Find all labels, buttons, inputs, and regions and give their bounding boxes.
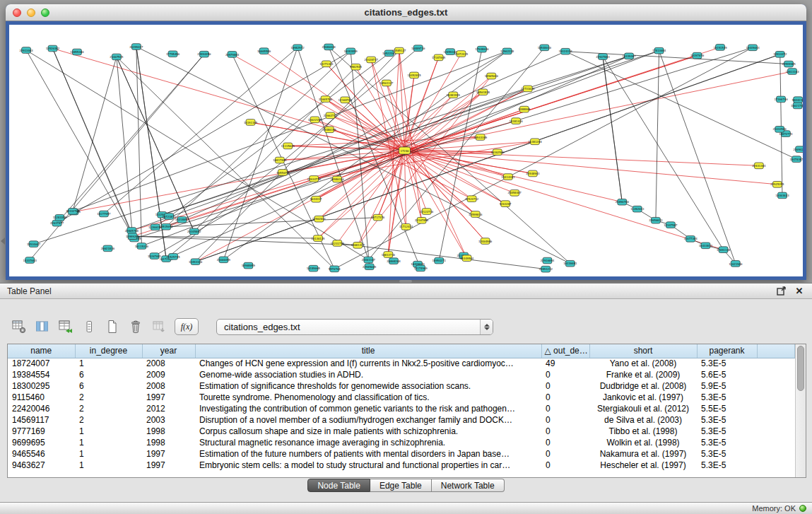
cell[interactable]: 0 (541, 369, 589, 380)
cell[interactable]: 1 (75, 460, 142, 471)
cell[interactable]: Disruption of a novel member of a sodium… (195, 414, 541, 426)
show-columns-icon[interactable] (33, 317, 52, 336)
collapse-west-arrow[interactable] (1, 238, 5, 245)
table-row[interactable]: 969969511998Structural magnetic resonanc… (8, 437, 795, 448)
scrollbar-thumb[interactable] (797, 346, 804, 391)
column-header-title[interactable]: title (195, 344, 541, 358)
cell[interactable]: Wolkin et al. (1998) (589, 437, 697, 448)
cell[interactable]: 1997 (142, 460, 195, 471)
cell[interactable]: Franke et al. (2009) (589, 369, 697, 380)
cell[interactable]: 5.6E-5 (697, 369, 757, 380)
table-scrollbar[interactable] (795, 344, 806, 477)
cell[interactable]: Tibbo et al. (1998) (589, 426, 697, 437)
cell[interactable]: 2008 (142, 380, 195, 392)
cell[interactable]: 6 (75, 380, 142, 392)
cell[interactable]: 0 (541, 448, 589, 460)
cell[interactable]: 18724007 (8, 358, 75, 369)
cell[interactable]: Tourette syndrome. Phenomenology and cla… (195, 392, 541, 403)
cell[interactable]: 5.5E-5 (697, 403, 757, 414)
cell[interactable]: 9463627 (8, 460, 75, 471)
cell[interactable]: 1 (75, 437, 142, 448)
cell[interactable]: 9465546 (8, 448, 75, 460)
cell[interactable]: Estimation of the future numbers of pati… (195, 448, 541, 460)
cell[interactable]: 2 (75, 392, 142, 403)
table-row[interactable]: 2242004622012Investigating the contribut… (8, 403, 795, 414)
minimize-button[interactable] (27, 8, 35, 17)
cell[interactable]: 0 (541, 437, 589, 448)
cell[interactable]: Genome-wide association studies in ADHD. (195, 369, 541, 380)
cell[interactable]: 0 (541, 380, 589, 392)
table-selector-dropdown[interactable]: citations_edges.txt (216, 319, 493, 335)
cell[interactable]: 5.3E-5 (697, 448, 757, 460)
cell[interactable]: 1 (75, 426, 142, 437)
cell[interactable]: Stergiakouli et al. (2012) (589, 403, 697, 414)
cell[interactable]: Changes of HCN gene expression and I(f) … (195, 358, 541, 369)
network-view[interactable]: 2291346313520382138553662146751520399417… (6, 21, 806, 280)
cell[interactable]: 2 (75, 414, 142, 426)
table-row[interactable]: 1872400712008Changes of HCN gene express… (8, 358, 795, 369)
cell[interactable]: 5.3E-5 (697, 392, 757, 403)
cell[interactable]: 1 (75, 358, 142, 369)
cell[interactable]: 5.9E-5 (697, 380, 757, 392)
cell[interactable]: 0 (541, 403, 589, 414)
table-mode-icon[interactable] (10, 317, 28, 336)
network-window-titlebar[interactable]: citations_edges.txt (6, 4, 806, 21)
cell[interactable]: Corpus callosum shape and size in male p… (195, 426, 541, 437)
column-header-pagerank[interactable]: pagerank (697, 344, 757, 358)
tab-node-table[interactable]: Node Table (307, 479, 370, 492)
cell[interactable]: 2012 (142, 403, 195, 414)
cell[interactable]: 49 (541, 358, 589, 369)
table-row[interactable]: 911546021997Tourette syndrome. Phenomeno… (8, 392, 795, 403)
cell[interactable]: Hescheler et al. (1997) (589, 460, 697, 471)
cell[interactable]: Investigating the contribution of common… (195, 403, 541, 414)
cell[interactable]: 22420046 (8, 403, 75, 414)
column-header-name[interactable]: name (8, 344, 75, 358)
tab-edge-table[interactable]: Edge Table (370, 479, 432, 492)
table-row[interactable]: 946554611997Estimation of the future num… (8, 448, 795, 460)
cell[interactable]: 0 (541, 392, 589, 403)
cell[interactable]: 19384554 (8, 369, 75, 380)
table-row[interactable]: 1938455462009Genome-wide association stu… (8, 369, 795, 380)
close-panel-icon[interactable]: ✕ (794, 286, 805, 297)
new-file-icon[interactable] (103, 317, 122, 336)
cell[interactable]: 1 (75, 448, 142, 460)
cell[interactable]: 5.3E-5 (697, 460, 757, 471)
function-builder-icon[interactable]: f(x) (175, 318, 199, 335)
float-panel-icon[interactable] (775, 286, 787, 297)
cell[interactable]: 2008 (142, 358, 195, 369)
cell[interactable]: 2 (75, 403, 142, 414)
cell[interactable]: Dudbridge et al. (2008) (589, 380, 697, 392)
cell[interactable]: 1997 (142, 448, 195, 460)
cell[interactable]: Yano et al. (2008) (589, 358, 697, 369)
zoom-button[interactable] (41, 8, 49, 17)
cell[interactable]: 9115460 (8, 392, 75, 403)
cell[interactable]: 9699695 (8, 437, 75, 448)
column-header-short[interactable]: short (589, 344, 697, 358)
cell[interactable]: Structural magnetic resonance image aver… (195, 437, 541, 448)
cell[interactable]: 5.3E-5 (697, 437, 757, 448)
cell[interactable]: Embryonic stem cells: a model to study s… (195, 460, 541, 471)
cell[interactable]: 1998 (142, 437, 195, 448)
cell[interactable]: 0 (541, 460, 589, 471)
table-row[interactable]: 977716911998Corpus callosum shape and si… (8, 426, 795, 437)
cell[interactable]: 2003 (142, 414, 195, 426)
cell[interactable]: 18300295 (8, 380, 75, 392)
import-table-icon[interactable] (150, 317, 168, 336)
table-row[interactable]: 1456911722003Disruption of a novel membe… (8, 414, 795, 426)
cell[interactable]: Estimation of significance thresholds fo… (195, 380, 541, 392)
cell[interactable]: 1998 (142, 426, 195, 437)
select-table-icon[interactable] (57, 317, 75, 336)
cell[interactable]: 14569117 (8, 414, 75, 426)
close-button[interactable] (13, 8, 21, 17)
delete-icon[interactable] (126, 317, 145, 336)
tab-network-table[interactable]: Network Table (432, 479, 505, 492)
cell[interactable]: 1997 (142, 392, 195, 403)
network-svg[interactable]: 2291346313520382138553662146751520399417… (9, 25, 803, 276)
cell[interactable]: 6 (75, 369, 142, 380)
cell[interactable]: de Silva et al. (2003) (589, 414, 697, 426)
column-header-in_degree[interactable]: in_degree (75, 344, 142, 358)
column-header-year[interactable]: year (142, 344, 195, 358)
cell[interactable]: Jankovic et al. (1997) (589, 392, 697, 403)
column-header-out_de[interactable]: △ out_de… (541, 344, 589, 358)
cell[interactable]: 5.3E-5 (697, 426, 757, 437)
